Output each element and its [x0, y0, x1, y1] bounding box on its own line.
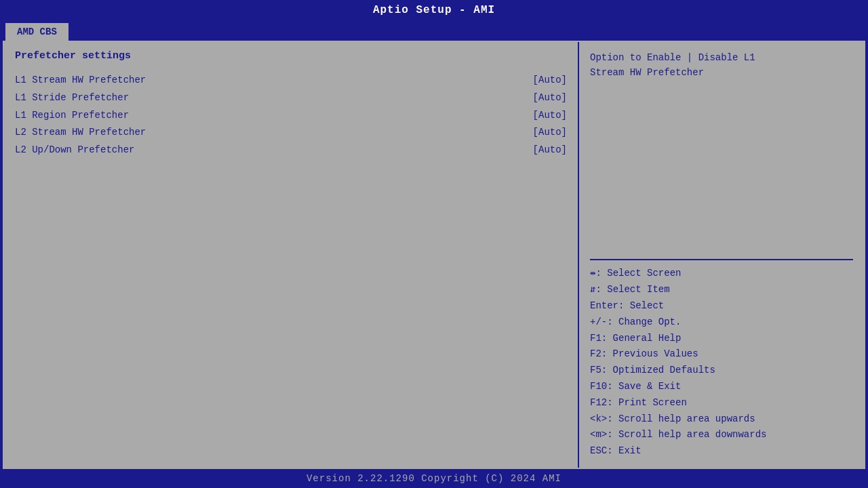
- list-item[interactable]: L1 Stride Prefetcher [Auto]: [15, 90, 567, 106]
- item-name: L1 Stride Prefetcher: [15, 90, 533, 106]
- key-help-item: <k>: Scroll help area upwards: [590, 411, 853, 428]
- app: Aptio Setup - AMI AMD CBS Prefetcher set…: [0, 0, 868, 488]
- key-help-item: +/-: Change Opt.: [590, 314, 853, 331]
- item-value: [Auto]: [533, 142, 567, 159]
- item-value: [Auto]: [533, 73, 567, 89]
- footer: Version 2.22.1290 Copyright (C) 2024 AMI: [0, 469, 868, 488]
- footer-text: Version 2.22.1290 Copyright (C) 2024 AMI: [307, 473, 561, 484]
- help-line-1: Option to Enable | Disable L1: [590, 50, 853, 65]
- key-help-item: F12: Print Screen: [590, 395, 853, 411]
- key-help: ⇹: Select Screen ⇵: Select Item Enter: S…: [590, 266, 853, 460]
- key-help-item: F1: General Help: [590, 331, 853, 347]
- left-panel: Prefetcher settings L1 Stream HW Prefetc…: [4, 42, 579, 468]
- help-line-2: Stream HW Prefetcher: [590, 65, 853, 80]
- item-value: [Auto]: [533, 108, 567, 124]
- item-name: L2 Up/Down Prefetcher: [15, 142, 533, 159]
- tab-amd-cbs[interactable]: AMD CBS: [5, 23, 68, 41]
- right-panel: Option to Enable | Disable L1 Stream HW …: [579, 42, 864, 468]
- key-help-item: Enter: Select: [590, 298, 853, 314]
- item-name: L1 Region Prefetcher: [15, 108, 533, 124]
- section-title: Prefetcher settings: [15, 50, 567, 62]
- item-value: [Auto]: [533, 125, 567, 141]
- tab-bar: AMD CBS: [0, 20, 868, 41]
- list-item[interactable]: L2 Stream HW Prefetcher [Auto]: [15, 125, 567, 141]
- key-help-item: ⇵: Select Item: [590, 282, 853, 298]
- key-help-item: F2: Previous Values: [590, 346, 853, 363]
- list-item[interactable]: L1 Region Prefetcher [Auto]: [15, 108, 567, 124]
- key-help-item: <m>: Scroll help area downwards: [590, 427, 853, 443]
- main-content: Prefetcher settings L1 Stream HW Prefetc…: [3, 41, 865, 469]
- help-text: Option to Enable | Disable L1 Stream HW …: [590, 50, 853, 253]
- key-help-item: F10: Save & Exit: [590, 379, 853, 395]
- key-help-item: ⇹: Select Screen: [590, 266, 853, 282]
- divider: [590, 259, 853, 260]
- app-title: Aptio Setup - AMI: [373, 4, 495, 16]
- key-help-item: ESC: Exit: [590, 443, 853, 460]
- key-help-item: F5: Optimized Defaults: [590, 363, 853, 379]
- item-name: L2 Stream HW Prefetcher: [15, 125, 533, 141]
- title-bar: Aptio Setup - AMI: [0, 0, 868, 20]
- list-item[interactable]: L1 Stream HW Prefetcher [Auto]: [15, 73, 567, 89]
- item-name: L1 Stream HW Prefetcher: [15, 73, 533, 89]
- item-value: [Auto]: [533, 90, 567, 106]
- list-item[interactable]: L2 Up/Down Prefetcher [Auto]: [15, 142, 567, 159]
